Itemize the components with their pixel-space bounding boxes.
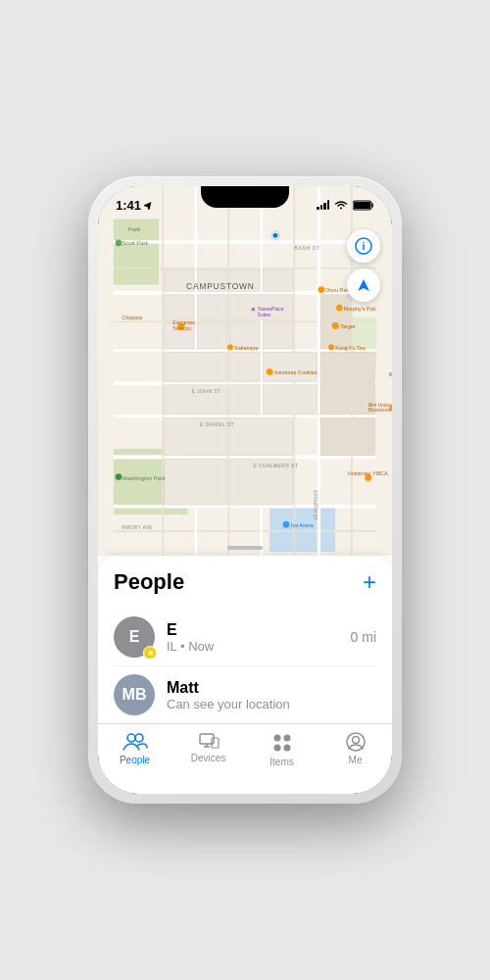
status-icons [317,200,374,211]
svg-text:S FOURTH ST: S FOURTH ST [313,490,318,520]
svg-point-72 [328,344,334,350]
svg-text:Sakanaya: Sakanaya [234,345,259,351]
avatar: MB [114,674,155,715]
person-info: E IL • Now [167,621,339,654]
svg-text:Suites: Suites [258,312,271,318]
phone-frame: 1:41 [88,176,402,804]
tab-people-label: People [120,755,150,765]
svg-text:University YMCA: University YMCA [348,470,388,476]
svg-rect-101 [212,738,219,748]
svg-rect-40 [320,295,350,349]
info-icon: i [355,237,372,255]
devices-icon [198,732,220,750]
svg-rect-41 [320,352,374,415]
svg-rect-44 [263,385,317,415]
svg-point-92 [272,233,277,238]
notch [201,186,289,208]
svg-text:E CHALMERS ST: E CHALMERS ST [253,463,298,468]
battery-icon [353,200,374,211]
svg-point-103 [283,735,290,742]
time-label: 1:41 [116,198,141,213]
svg-rect-34 [197,323,226,349]
svg-text:Washington Park: Washington Park [122,475,165,481]
svg-point-62 [336,305,343,312]
tab-me-label: Me [349,755,363,765]
svg-point-107 [352,737,359,744]
map-area[interactable]: 🌟 County Market Park Scott Park BASH CT … [98,186,392,556]
svg-point-102 [273,735,280,742]
me-icon [346,732,366,752]
svg-text:Scott Park: Scott Park [122,240,148,246]
location-arrow-icon [144,201,153,210]
svg-text:Illini Union: Illini Union [389,371,392,377]
svg-text:Insomnia Cookies: Insomnia Cookies [274,369,317,375]
svg-rect-3 [354,202,370,209]
sheet-handle [227,546,263,550]
signal-icon [317,200,329,210]
star-badge: ★ [143,646,157,660]
avatar-initials: E [129,628,140,646]
svg-rect-39 [263,352,317,381]
tab-items[interactable]: Items [245,732,318,767]
svg-text:E DANIEL ST: E DANIEL ST [200,421,234,427]
person-status: IL • Now [167,639,339,654]
tab-people[interactable]: People [98,732,172,765]
svg-text:Kung Fu Tea: Kung Fu Tea [335,345,367,351]
panel-title: People [114,569,184,595]
person-item[interactable]: MB Matt Can see your location [114,666,376,723]
svg-point-105 [283,745,290,752]
wifi-icon [334,200,348,210]
map-info-button[interactable]: i [347,229,380,263]
svg-rect-49 [320,417,374,456]
person-distance: 0 mi [351,629,376,645]
svg-text:RMORY AVE: RMORY AVE [122,524,153,530]
panel-header: People + [114,569,376,595]
items-icon [271,732,293,754]
svg-rect-30 [165,295,194,320]
svg-marker-95 [358,279,369,291]
svg-marker-0 [144,201,153,210]
svg-text:Bookstore: Bookstore [368,407,391,413]
svg-point-104 [273,745,280,752]
svg-text:Murphy's Pub: Murphy's Pub [344,306,376,312]
svg-point-1 [340,208,342,210]
person-name: Matt [167,679,376,697]
avatar-initials: MB [122,686,147,704]
person-list: E ★ E IL • Now 0 mi MB [114,609,376,723]
svg-point-54 [116,239,122,246]
svg-text:Ice Arena: Ice Arena [291,522,315,528]
svg-point-96 [127,734,135,742]
tab-devices-label: Devices [191,753,226,763]
svg-text:Park: Park [128,226,140,232]
person-item[interactable]: E ★ E IL • Now 0 mi [114,609,376,666]
svg-rect-29 [263,270,292,291]
svg-point-57 [318,286,325,293]
svg-rect-31 [197,295,226,320]
svg-point-97 [135,734,143,742]
tab-items-label: Items [270,757,293,767]
svg-text:Chopstix: Chopstix [122,315,142,320]
svg-text:E JOHN ST: E JOHN ST [192,388,221,394]
svg-rect-59 [252,308,255,311]
avatar: E ★ [114,616,155,658]
location-arrow-icon [356,277,371,293]
svg-text:i: i [362,240,365,252]
svg-point-68 [332,322,339,329]
svg-point-84 [116,473,122,480]
svg-point-74 [267,368,273,375]
map-location-button[interactable] [347,269,380,302]
svg-rect-47 [165,459,227,505]
tab-me[interactable]: Me [318,732,392,765]
svg-rect-37 [165,352,227,381]
svg-text:Tobacco: Tobacco [172,325,191,331]
svg-point-70 [227,344,233,350]
phone-inner: 1:41 [98,186,392,794]
svg-text:Target: Target [340,323,356,329]
svg-text:CAMPUSTOWN: CAMPUSTOWN [186,281,255,291]
add-person-button[interactable]: + [363,570,376,594]
tab-devices[interactable]: Devices [172,732,245,763]
svg-rect-38 [230,352,260,381]
bottom-panel: People + E ★ E IL • Now 0 mi [98,556,392,723]
svg-rect-36 [263,323,292,349]
person-name: E [167,621,339,639]
